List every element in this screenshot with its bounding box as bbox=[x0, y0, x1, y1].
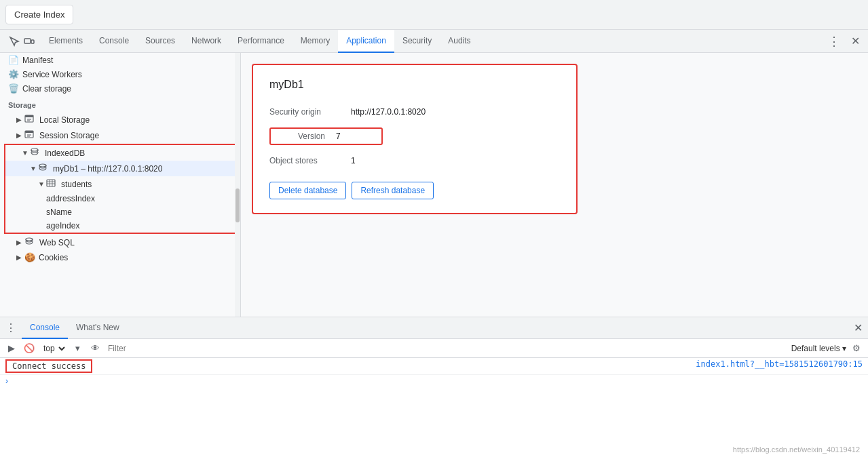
db-title: myDb1 bbox=[269, 79, 560, 91]
storage-section-label: Storage bbox=[0, 96, 240, 112]
refresh-database-button[interactable]: Refresh database bbox=[352, 182, 434, 199]
object-stores-row: Object stores 1 bbox=[269, 156, 560, 165]
sidebar-item-indexed-db[interactable]: ▼ IndexedDB bbox=[5, 145, 235, 161]
sidebar-item-web-sql[interactable]: ▶ Web SQL bbox=[0, 235, 240, 250]
sidebar: 📄 Manifest ⚙️ Service Workers 🗑️ Clear s… bbox=[0, 53, 241, 317]
sidebar-scroll-thumb bbox=[235, 188, 240, 222]
security-origin-row: Security origin http://127.0.0.1:8020 bbox=[269, 107, 560, 117]
students-arrow: ▼ bbox=[38, 180, 46, 188]
console-levels-selector[interactable]: Default levels ▾ bbox=[791, 344, 846, 353]
indexed-db-icon bbox=[30, 147, 41, 159]
version-label: Version bbox=[298, 132, 325, 141]
session-storage-arrow: ▶ bbox=[16, 132, 24, 139]
console-panel: ⋮ Console What's New ✕ ▶ 🚫 top ▾ 👁 Defau… bbox=[0, 317, 868, 459]
clear-console-button[interactable]: 🚫 bbox=[22, 341, 37, 356]
svg-rect-7 bbox=[25, 131, 33, 133]
tab-sources[interactable]: Sources bbox=[137, 30, 183, 53]
indexed-db-arrow: ▼ bbox=[22, 149, 30, 157]
inspect-icon[interactable] bbox=[8, 35, 20, 47]
security-origin-value: http://127.0.0.1:8020 bbox=[351, 107, 426, 117]
sidebar-item-service-workers[interactable]: ⚙️ Service Workers bbox=[0, 67, 240, 81]
sidebar-item-clear-storage[interactable]: 🗑️ Clear storage bbox=[0, 81, 240, 96]
sidebar-item-manifest[interactable]: 📄 Manifest bbox=[0, 53, 240, 67]
main-content: 📄 Manifest ⚙️ Service Workers 🗑️ Clear s… bbox=[0, 53, 868, 317]
sidebar-item-cookies[interactable]: ▶ 🍪 Cookies bbox=[0, 250, 240, 264]
svg-rect-1 bbox=[31, 40, 34, 43]
sidebar-item-students[interactable]: ▼ students bbox=[5, 176, 235, 192]
mydb1-icon bbox=[38, 163, 50, 174]
console-tab-console[interactable]: Console bbox=[22, 317, 68, 339]
clear-storage-icon: 🗑️ bbox=[8, 83, 19, 94]
db-info-card: myDb1 Security origin http://127.0.0.1:8… bbox=[252, 64, 578, 214]
console-caret: › bbox=[5, 376, 8, 386]
students-icon bbox=[46, 178, 58, 190]
tab-bar-icons bbox=[3, 35, 41, 47]
devtools-panel: Elements Console Sources Network Perform… bbox=[0, 30, 868, 459]
context-selector[interactable]: top bbox=[39, 343, 67, 354]
sidebar-inner: 📄 Manifest ⚙️ Service Workers 🗑️ Clear s… bbox=[0, 53, 240, 317]
tab-performance[interactable]: Performance bbox=[229, 30, 293, 53]
console-tab-whats-new[interactable]: What's New bbox=[68, 317, 128, 339]
device-toggle-icon[interactable] bbox=[23, 35, 35, 47]
sidebar-item-session-storage[interactable]: ▶ Session Storage bbox=[0, 127, 240, 143]
tab-memory[interactable]: Memory bbox=[293, 30, 338, 53]
web-sql-icon bbox=[24, 237, 36, 248]
manifest-icon: 📄 bbox=[8, 55, 19, 65]
tab-security[interactable]: Security bbox=[394, 30, 440, 53]
version-row: Version 7 bbox=[269, 127, 560, 145]
svg-rect-3 bbox=[25, 115, 33, 117]
execute-button[interactable]: ▶ bbox=[4, 341, 19, 356]
sidebar-item-mydb1[interactable]: ▼ myDb1 – http://127.0.0.1:8020 bbox=[5, 161, 235, 176]
indexed-db-section: ▼ IndexedDB ▼ bbox=[4, 144, 236, 234]
security-origin-label: Security origin bbox=[269, 107, 351, 117]
create-index-button[interactable]: Create Index bbox=[5, 5, 73, 24]
more-tabs-icon[interactable]: ⋮ bbox=[823, 34, 846, 49]
console-filter-input[interactable] bbox=[105, 342, 789, 355]
sidebar-item-sname[interactable]: sName bbox=[5, 205, 235, 219]
cookies-icon: 🍪 bbox=[24, 252, 35, 262]
tab-console[interactable]: Console bbox=[91, 30, 137, 53]
devtools-tab-bar: Elements Console Sources Network Perform… bbox=[0, 30, 868, 53]
delete-database-button[interactable]: Delete database bbox=[269, 182, 346, 199]
top-bar: Create Index bbox=[0, 0, 868, 30]
local-storage-icon bbox=[24, 114, 36, 125]
tab-application[interactable]: Application bbox=[338, 30, 394, 53]
console-close-icon[interactable]: ✕ bbox=[854, 321, 863, 334]
console-settings-icon[interactable]: ⚙ bbox=[849, 341, 864, 356]
version-box: Version 7 bbox=[269, 127, 383, 145]
sidebar-item-local-storage[interactable]: ▶ Local Storage bbox=[0, 112, 240, 127]
local-storage-arrow: ▶ bbox=[16, 116, 24, 123]
console-tab-bar: ⋮ Console What's New ✕ bbox=[0, 317, 868, 339]
console-menu-icon[interactable]: ⋮ bbox=[5, 321, 16, 334]
svg-point-11 bbox=[39, 164, 46, 167]
sidebar-item-age-index[interactable]: ageIndex bbox=[5, 219, 235, 233]
svg-rect-12 bbox=[47, 180, 55, 186]
mydb1-arrow: ▼ bbox=[30, 165, 38, 172]
close-devtools-icon[interactable]: ✕ bbox=[846, 35, 865, 47]
object-stores-value: 1 bbox=[351, 156, 356, 165]
right-panel: myDb1 Security origin http://127.0.0.1:8… bbox=[241, 53, 868, 317]
sidebar-item-address-index[interactable]: addressIndex bbox=[5, 192, 235, 205]
console-log-row-connect: Connect success index1.html?__hbt=158151… bbox=[0, 358, 868, 375]
svg-point-17 bbox=[26, 238, 33, 241]
console-log-file-link[interactable]: index1.html?__hbt=1581512601790:15 bbox=[696, 359, 863, 369]
service-workers-icon: ⚙️ bbox=[8, 69, 19, 79]
sidebar-scrollbar[interactable] bbox=[235, 53, 240, 317]
tab-audits[interactable]: Audits bbox=[440, 30, 478, 53]
connect-success-text: Connect success bbox=[5, 359, 92, 373]
console-input-row: › bbox=[0, 375, 868, 387]
cookies-arrow: ▶ bbox=[16, 254, 24, 261]
svg-rect-0 bbox=[24, 39, 31, 43]
eye-icon[interactable]: 👁 bbox=[88, 341, 102, 356]
object-stores-label: Object stores bbox=[269, 156, 351, 165]
watermark: https://blog.csdn.net/weixin_40119412 bbox=[733, 445, 860, 454]
web-sql-arrow: ▶ bbox=[16, 239, 24, 246]
tab-network[interactable]: Network bbox=[183, 30, 229, 53]
console-body: Connect success index1.html?__hbt=158151… bbox=[0, 358, 868, 459]
svg-point-10 bbox=[31, 148, 38, 151]
context-dropdown-icon[interactable]: ▾ bbox=[70, 341, 85, 356]
db-card-buttons: Delete database Refresh database bbox=[269, 182, 560, 199]
console-toolbar: ▶ 🚫 top ▾ 👁 Default levels ▾ ⚙ bbox=[0, 339, 868, 358]
session-storage-icon bbox=[24, 129, 36, 141]
tab-elements[interactable]: Elements bbox=[41, 30, 91, 53]
